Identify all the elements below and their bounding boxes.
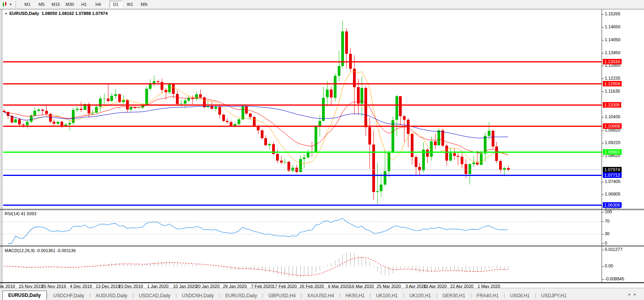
- price-chart-canvas[interactable]: [0, 0, 644, 300]
- candle-body: [172, 84, 175, 94]
- hline-price-tag: 1.13034: [603, 59, 622, 64]
- price-axis-tick: 1.10435: [605, 114, 620, 119]
- chart-title: ▼EURUSD,Daily 1.08050 1.08162 1.07898 1.…: [5, 11, 108, 16]
- timeframe-button-m30[interactable]: M30: [64, 1, 76, 8]
- candle-body: [253, 117, 256, 126]
- chart-tabs: EURUSD,Daily|USDCHF,Daily|AUDUSD,Daily|U…: [2, 290, 571, 300]
- candle-body: [122, 100, 125, 102]
- candle-body: [322, 98, 325, 121]
- candle-body: [41, 110, 44, 110]
- candle-body: [222, 115, 225, 121]
- price-axis-tick: 1.14650: [605, 24, 620, 29]
- window-menu-icon[interactable]: ▼: [5, 12, 7, 15]
- hline-price-tag: 1.11009: [603, 102, 621, 108]
- candle-body: [76, 109, 79, 110]
- toolbar-grip-handle[interactable]: [15, 1, 17, 7]
- bid-price-tag: 1.07974: [603, 167, 622, 172]
- candle-body: [30, 115, 33, 122]
- chart-tab-xauusd-h4[interactable]: XAUUSD,H4: [302, 291, 339, 300]
- candle-body: [341, 31, 344, 66]
- candle-body: [434, 141, 437, 145]
- candle-body: [72, 110, 75, 123]
- candle-body: [411, 134, 413, 157]
- timeframe-button-m5[interactable]: M5: [35, 1, 48, 8]
- candle-body: [315, 127, 317, 152]
- candle-body: [149, 84, 152, 89]
- candle-body: [338, 66, 340, 76]
- toolbar-divider: [153, 2, 153, 7]
- candle-body: [80, 109, 82, 110]
- candle-body: [57, 122, 59, 124]
- chart-tab-uk100-h1[interactable]: UK100,H1: [371, 291, 402, 300]
- candle-body: [399, 96, 402, 116]
- candle-body: [218, 107, 221, 115]
- candle-body: [284, 162, 286, 163]
- price-axis-tick: 1.13450: [605, 50, 620, 55]
- timeframe-buttons: M1M5M15M30H1H4D1W1MN: [21, 1, 156, 8]
- candle-body: [384, 171, 386, 185]
- tabs-scroll-right-icon[interactable]: ▸: [634, 292, 640, 296]
- candle-body: [103, 99, 106, 99]
- candle-body: [130, 107, 132, 110]
- hline-price-tag: 1.10008: [603, 123, 622, 129]
- timeframe-button-m1[interactable]: M1: [21, 1, 34, 8]
- candle-body: [226, 121, 229, 123]
- candle-body: [453, 153, 456, 156]
- candle-body: [441, 130, 444, 146]
- price-axis-tick: 1.09220: [605, 140, 620, 145]
- chart-tab-fra40-h1[interactable]: FRA40,H1: [472, 291, 503, 300]
- macd-indicator-label: MACD(12,26,9) -0.001361 -0.001136: [5, 248, 76, 253]
- chart-tab-gbpusd-h4[interactable]: GBPUSD,H4: [264, 291, 300, 300]
- price-axis-tick: 1.06805: [605, 192, 620, 196]
- candle-body: [422, 150, 425, 170]
- candlestick-chart-icon[interactable]: [2, 2, 8, 7]
- chevron-down-icon[interactable]: ▼: [9, 3, 12, 6]
- candle-body: [276, 154, 279, 161]
- chart-tab-eurusd-daily[interactable]: EURUSD,Daily: [2, 291, 47, 300]
- candle-body: [415, 157, 417, 167]
- tabs-scroll-left-icon[interactable]: ◂: [628, 292, 634, 296]
- chart-tab-uk100-h1[interactable]: UK100,H1: [404, 291, 435, 300]
- candle-body: [60, 122, 63, 126]
- chart-tab-usdcnh-daily[interactable]: USDCNH,Daily: [177, 291, 218, 300]
- chart-tab-hk50-h1[interactable]: HK50,H1: [341, 291, 370, 300]
- candle-body: [357, 87, 360, 104]
- candle-body: [14, 119, 17, 123]
- chart-tab-ger30-h1[interactable]: GER30,H1: [438, 291, 470, 300]
- timeframe-button-w1[interactable]: W1: [124, 1, 136, 8]
- candle-body: [480, 154, 483, 165]
- chart-tab-usdjpy-h1[interactable]: USDJPY,H1: [536, 291, 571, 300]
- candle-body: [107, 99, 110, 101]
- rsi-axis-tick: 100: [605, 209, 612, 214]
- candle-body: [461, 157, 463, 165]
- macd-signal-line: [4, 258, 508, 276]
- candle-body: [45, 111, 48, 114]
- rsi-axis-tick: 70: [605, 219, 609, 223]
- chart-tab-usdchf-daily[interactable]: USDCHF,Daily: [49, 291, 89, 300]
- chart-tab-eurusd-daily[interactable]: EURUSD,Daily: [221, 291, 262, 300]
- candle-body: [299, 159, 302, 172]
- timeframe-button-h1[interactable]: H1: [78, 1, 90, 8]
- candle-body: [261, 130, 263, 138]
- candle-body: [457, 156, 459, 157]
- candle-body: [238, 119, 240, 124]
- timeframe-button-d1[interactable]: D1: [110, 1, 122, 8]
- candle-body: [249, 113, 252, 117]
- candle-body: [134, 107, 136, 108]
- candle-body: [157, 81, 159, 82]
- chart-tab-audusd-daily[interactable]: AUDUSD,Daily: [91, 291, 132, 300]
- timeframe-button-m15[interactable]: M15: [49, 1, 62, 8]
- candle-body: [257, 126, 260, 130]
- candle-body: [326, 90, 329, 98]
- timeframe-button-mn[interactable]: MN: [138, 1, 150, 8]
- timeframe-button-h4[interactable]: H4: [92, 1, 104, 8]
- chart-tab-usoil-h1[interactable]: USOil,H1: [505, 291, 534, 300]
- macd-axis-tick: -0.008845: [605, 276, 624, 281]
- candle-body: [392, 120, 394, 152]
- candle-body: [395, 96, 398, 120]
- chart-tab-usdcad-daily[interactable]: USDCAD,Daily: [134, 291, 175, 300]
- rsi-axis-tick: 30: [605, 231, 609, 236]
- candle-body: [437, 130, 440, 145]
- candle-body: [264, 138, 267, 146]
- candle-body: [507, 168, 510, 170]
